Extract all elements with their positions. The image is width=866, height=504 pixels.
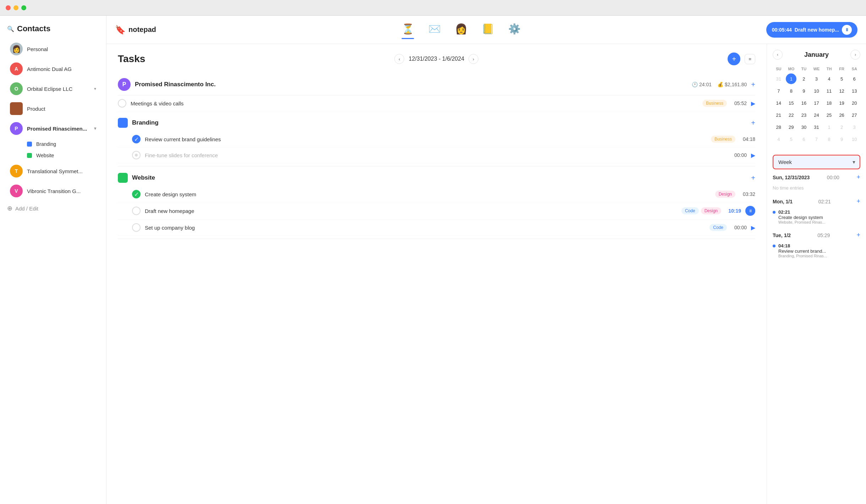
cal-day-10-feb[interactable]: 10 [849, 134, 860, 144]
cal-day-7[interactable]: 7 [773, 86, 784, 96]
cal-day-9[interactable]: 9 [799, 86, 809, 96]
cal-day-21[interactable]: 21 [773, 110, 784, 120]
filter-button[interactable]: ≡ [745, 54, 755, 64]
nav-person[interactable]: 👩 [455, 23, 467, 36]
cal-day-5-feb[interactable]: 5 [786, 134, 796, 144]
day-entry-header-tue: Tue, 1/2 05:29 + [773, 231, 860, 239]
task-group-branding: Branding + ✓ Review current brand guidel… [118, 111, 755, 166]
cal-day-26[interactable]: 26 [837, 110, 847, 120]
cal-day-1-jan[interactable]: 1 [786, 73, 796, 84]
cal-day-3-feb[interactable]: 3 [849, 122, 860, 132]
cal-day-10[interactable]: 10 [811, 86, 822, 96]
cal-day-4[interactable]: 4 [824, 73, 834, 84]
cal-day-5[interactable]: 5 [837, 73, 847, 84]
cal-day-22[interactable]: 22 [786, 110, 796, 120]
task-checkbox-blog[interactable] [132, 223, 141, 232]
cal-day-29[interactable]: 29 [786, 122, 796, 132]
cal-day-28[interactable]: 28 [773, 122, 784, 132]
search-icon[interactable]: 🔍 [7, 26, 14, 32]
cal-day-7-feb[interactable]: 7 [811, 134, 822, 144]
add-time-entry-tue[interactable]: + [856, 231, 860, 239]
play-icon-blog[interactable]: ▶ [751, 224, 755, 231]
sidebar-item-promised[interactable]: P Promised Rinascimen... ▾ [3, 119, 103, 138]
prev-date-button[interactable]: ‹ [394, 54, 404, 64]
day-entry-header-mon: Mon, 1/1 02:21 + [773, 198, 860, 205]
nav-timer[interactable]: ⏳ [402, 23, 414, 36]
cal-day-1-feb[interactable]: 1 [824, 122, 834, 132]
minimize-button[interactable] [13, 5, 18, 10]
close-button[interactable] [6, 5, 11, 10]
day-entry-mon: Mon, 1/1 02:21 + 02:21 Create design sys… [773, 198, 860, 226]
pause-button[interactable]: ⏸ [842, 25, 852, 35]
cal-day-3[interactable]: 3 [811, 73, 822, 84]
task-checkbox-slides[interactable] [132, 151, 141, 159]
day-entry-tue: Tue, 1/2 05:29 + 04:18 Review current br… [773, 231, 860, 259]
cal-day-25[interactable]: 25 [824, 110, 834, 120]
add-task-button[interactable]: + [728, 53, 740, 65]
cal-day-9-feb[interactable]: 9 [837, 134, 847, 144]
cal-day-31[interactable]: 31 [811, 122, 822, 132]
sidebar-item-antimonic[interactable]: A Antimonic Dual AG [3, 59, 103, 79]
cal-day-17[interactable]: 17 [811, 98, 822, 108]
add-time-entry-mon[interactable]: + [856, 198, 860, 205]
sidebar-item-website[interactable]: Website [3, 150, 103, 161]
cal-day-6-feb[interactable]: 6 [799, 134, 809, 144]
sidebar-item-orbital[interactable]: O Orbital Eclipse LLC ▾ [3, 79, 103, 99]
entry-dot [773, 211, 775, 214]
sidebar-item-personal[interactable]: 👩 Personal [3, 39, 103, 59]
nav-mail[interactable]: ✉️ [428, 23, 441, 36]
calendar-next-button[interactable]: › [850, 50, 860, 60]
next-date-button[interactable]: › [468, 54, 478, 64]
sidebar-item-translational[interactable]: T Translational Symmet... [3, 161, 103, 181]
cal-day-31-dec[interactable]: 31 [773, 73, 784, 84]
cal-day-8-feb[interactable]: 8 [824, 134, 834, 144]
cal-day-27[interactable]: 27 [849, 110, 860, 120]
branding-add-button[interactable]: + [751, 119, 755, 127]
nav-gear[interactable]: ⚙️ [508, 23, 521, 36]
cal-day-14[interactable]: 14 [773, 98, 784, 108]
cal-day-30[interactable]: 30 [799, 122, 809, 132]
timer-badge[interactable]: 00:05:44 Draft new homep... ⏸ [766, 22, 857, 38]
task-name-design-system: Create design system [145, 191, 711, 197]
cal-day-2[interactable]: 2 [799, 73, 809, 84]
cal-day-23[interactable]: 23 [799, 110, 809, 120]
calendar-prev-button[interactable]: ‹ [773, 50, 783, 60]
website-add-button[interactable]: + [751, 174, 755, 182]
cal-day-13[interactable]: 13 [849, 86, 860, 96]
cal-day-24[interactable]: 24 [811, 110, 822, 120]
cal-day-19[interactable]: 19 [837, 98, 847, 108]
sidebar-item-branding[interactable]: Branding [3, 138, 103, 150]
tag-business-brand: Business [711, 136, 735, 143]
task-checkbox-homepage[interactable] [132, 207, 141, 215]
timer-time: 00:05:44 [772, 27, 792, 33]
maximize-button[interactable] [21, 5, 26, 10]
cal-day-12[interactable]: 12 [837, 86, 847, 96]
company-add-button[interactable]: + [751, 81, 755, 89]
nav-book[interactable]: 📒 [482, 23, 494, 36]
company-header-promised: P Promised Rinascimento Inc. 🕐 24:01 💰 $… [118, 74, 755, 95]
cal-day-18[interactable]: 18 [824, 98, 834, 108]
cal-day-8[interactable]: 8 [786, 86, 796, 96]
cal-day-6[interactable]: 6 [849, 73, 860, 84]
cal-day-16[interactable]: 16 [799, 98, 809, 108]
chevron-down-icon-promised: ▾ [94, 126, 96, 131]
add-time-entry-sun[interactable]: + [856, 174, 860, 181]
cal-day-2-feb[interactable]: 2 [837, 122, 847, 132]
pause-task-button-homepage[interactable]: ⏸ [745, 206, 755, 216]
cal-day-11[interactable]: 11 [824, 86, 834, 96]
play-icon-meetings[interactable]: ▶ [751, 100, 755, 107]
app-container: 🔍 Contacts 👩 Personal A Antimonic Dual A… [0, 16, 866, 504]
task-checkbox-meetings[interactable] [118, 99, 126, 108]
sidebar-item-product[interactable]: Product [3, 99, 103, 119]
week-select-dropdown[interactable]: Day Week Month Year [773, 155, 860, 169]
play-icon-slides[interactable]: ▶ [751, 152, 755, 159]
chevron-down-icon: ▾ [94, 86, 96, 91]
cal-day-4-feb[interactable]: 4 [773, 134, 784, 144]
cal-day-15[interactable]: 15 [786, 98, 796, 108]
sidebar-item-vibronic[interactable]: V Vibronic Transition G... [3, 181, 103, 201]
task-checkbox-brand-guidelines[interactable]: ✓ [132, 135, 141, 143]
cal-day-20[interactable]: 20 [849, 98, 860, 108]
time-entry-brand: 04:18 Review current brand... Branding, … [773, 242, 860, 259]
task-checkbox-design-system[interactable]: ✓ [132, 190, 141, 198]
sidebar-add-edit[interactable]: ⊕ Add / Edit [0, 201, 106, 216]
